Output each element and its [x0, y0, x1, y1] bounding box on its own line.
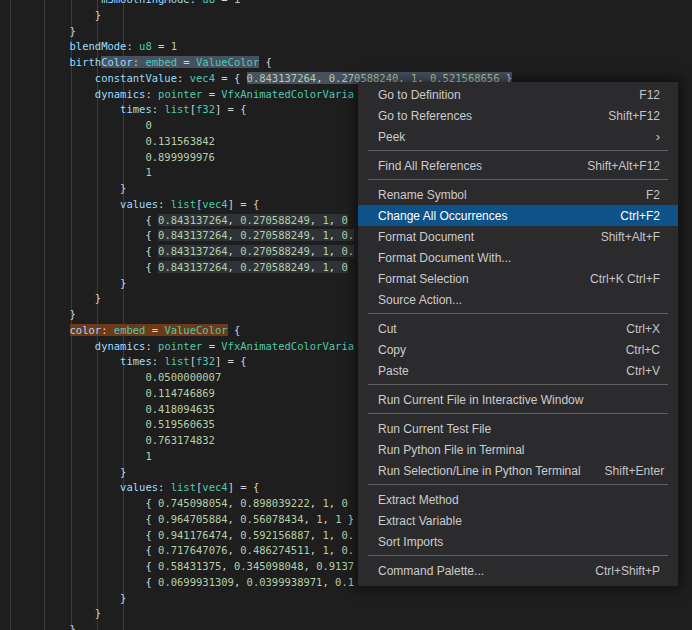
- code-token: 0.0699931309: [158, 576, 234, 588]
- code-line[interactable]: blendMode: u8 = 1: [0, 39, 692, 55]
- code-token: 0.0399938971: [247, 576, 323, 588]
- menu-item-extract-method[interactable]: Extract Method: [358, 489, 678, 510]
- code-line[interactable]: }: [0, 591, 692, 607]
- code-token: ] = {: [215, 355, 247, 367]
- code-token: {: [145, 497, 158, 509]
- code-token: [0, 56, 70, 68]
- menu-item-run-current-test-file[interactable]: Run Current Test File: [358, 418, 678, 439]
- code-token: {: [145, 513, 158, 525]
- code-token: 0.1: [335, 576, 354, 588]
- code-token: {: [145, 560, 158, 572]
- code-token: :: [101, 324, 114, 336]
- menu-item-paste[interactable]: PasteCtrl+V: [358, 360, 678, 381]
- menu-item-shortcut: Ctrl+X: [626, 322, 660, 336]
- code-token: [0, 261, 145, 273]
- code-token: [0, 513, 145, 525]
- code-token: 0.745098054: [158, 497, 228, 509]
- menu-item-copy[interactable]: CopyCtrl+C: [358, 339, 678, 360]
- code-token: {: [145, 229, 158, 241]
- code-token: ,: [310, 229, 323, 241]
- menu-item-run-selection-line-in-python-terminal[interactable]: Run Selection/Line in Python TerminalShi…: [358, 460, 678, 481]
- code-token: [0, 119, 145, 131]
- code-token: 0.592156887: [240, 529, 310, 541]
- code-token: [0, 560, 145, 572]
- code-token: VfxAnimatedColorVaria: [221, 340, 354, 352]
- menu-item-cut[interactable]: CutCtrl+X: [358, 318, 678, 339]
- code-token: ,: [228, 497, 241, 509]
- code-token: ,: [228, 245, 241, 257]
- menu-item-label: Format Selection: [378, 272, 469, 286]
- code-token: 0: [341, 497, 347, 509]
- menu-item-shortcut: F12: [639, 88, 660, 102]
- code-token: ,: [310, 497, 323, 509]
- code-token: 0.843137264: [158, 229, 228, 241]
- code-line[interactable]: birthColor: embed = ValueColor {: [0, 55, 692, 71]
- code-token: 0: [341, 214, 347, 226]
- code-token: [0, 450, 145, 462]
- menu-item-shortcut: Shift+Alt+F: [601, 230, 660, 244]
- code-line[interactable]: mSmoothingMode: u8 = 1: [0, 0, 692, 8]
- menu-item-change-all-occurrences[interactable]: Change All OccurrencesCtrl+F2: [358, 205, 678, 226]
- selection-highlight: Color: embed = ValueColor: [101, 56, 259, 68]
- code-token: :: [126, 40, 139, 52]
- code-token: ,: [329, 261, 342, 273]
- code-token: values: [120, 481, 158, 493]
- menu-item-label: Source Action...: [378, 293, 462, 307]
- menu-item-extract-variable[interactable]: Extract Variable: [358, 510, 678, 531]
- code-token: 0.: [341, 529, 354, 541]
- code-token: 0.: [341, 245, 354, 257]
- code-token: ,: [322, 576, 335, 588]
- menu-item-run-current-file-in-interactive-window[interactable]: Run Current File in Interactive Window: [358, 389, 678, 410]
- code-token: ,: [316, 72, 329, 84]
- code-token: 0.56078434: [240, 513, 303, 525]
- menu-item-go-to-references[interactable]: Go to ReferencesShift+F12: [358, 105, 678, 126]
- menu-item-command-palette[interactable]: Command Palette...Ctrl+Shift+P: [358, 560, 678, 581]
- code-token: Color: [101, 56, 133, 68]
- menu-item-rename-symbol[interactable]: Rename SymbolF2: [358, 184, 678, 205]
- code-line[interactable]: }: [0, 606, 692, 622]
- menu-item-source-action[interactable]: Source Action...: [358, 289, 678, 310]
- code-token: 0.843137264: [247, 72, 317, 84]
- code-token: embed: [145, 56, 177, 68]
- code-token: ,: [329, 245, 342, 257]
- code-token: vec4: [190, 72, 215, 84]
- code-token: [0, 229, 145, 241]
- code-token: :: [177, 72, 190, 84]
- menu-item-format-document[interactable]: Format DocumentShift+Alt+F: [358, 226, 678, 247]
- code-token: [0, 0, 101, 5]
- code-line[interactable]: }: [0, 24, 692, 40]
- menu-item-format-selection[interactable]: Format SelectionCtrl+K Ctrl+F: [358, 268, 678, 289]
- code-token: {: [145, 214, 158, 226]
- code-token: birth: [70, 56, 102, 68]
- menu-item-format-document-with[interactable]: Format Document With...: [358, 247, 678, 268]
- code-token: 0.9137: [316, 560, 354, 572]
- code-line[interactable]: }: [0, 622, 692, 630]
- menu-item-sort-imports[interactable]: Sort Imports: [358, 531, 678, 552]
- code-token: [0, 135, 145, 147]
- code-line[interactable]: }: [0, 8, 692, 24]
- code-token: [0, 245, 145, 257]
- menu-item-peek[interactable]: Peek›: [358, 126, 678, 147]
- code-token: ,: [310, 529, 323, 541]
- code-token: 0.519560635: [145, 418, 215, 430]
- code-token: ,: [310, 544, 323, 556]
- code-token: list: [164, 355, 189, 367]
- code-token: :: [190, 0, 203, 5]
- menu-item-label: Peek: [378, 130, 405, 144]
- code-token: [0, 25, 70, 37]
- code-token: ,: [310, 245, 323, 257]
- code-token: :: [158, 198, 171, 210]
- code-token: [0, 308, 70, 320]
- menu-item-shortcut: F2: [646, 188, 660, 202]
- menu-item-label: Change All Occurrences: [378, 209, 507, 223]
- menu-item-run-python-file-in-terminal[interactable]: Run Python File in Terminal: [358, 439, 678, 460]
- menu-divider: [368, 413, 668, 414]
- menu-item-label: Paste: [378, 364, 409, 378]
- code-token: 0.843137264: [158, 261, 228, 273]
- code-token: [0, 324, 70, 336]
- menu-item-go-to-definition[interactable]: Go to DefinitionF12: [358, 84, 678, 105]
- code-token: u8: [202, 0, 215, 5]
- menu-item-find-all-references[interactable]: Find All ReferencesShift+Alt+F12: [358, 155, 678, 176]
- code-token: {: [259, 56, 272, 68]
- code-token: ] = {: [228, 198, 260, 210]
